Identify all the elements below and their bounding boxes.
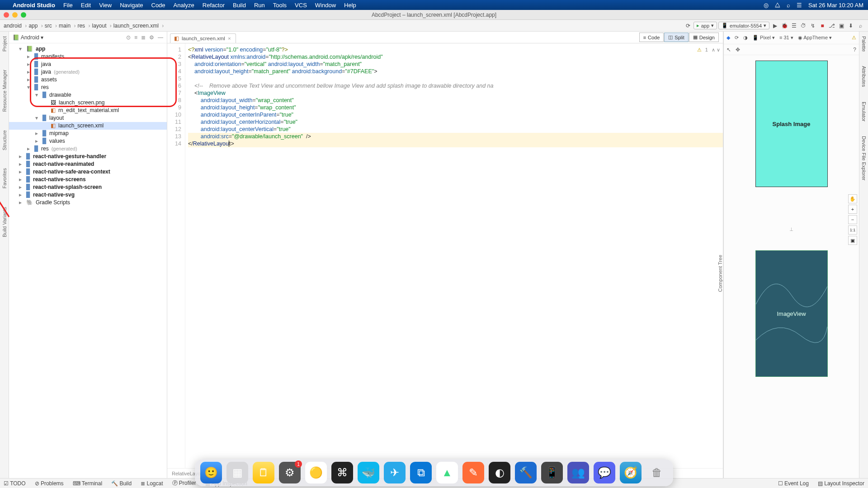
search-everywhere-icon[interactable]: ⌕ bbox=[856, 22, 864, 30]
menu-edit[interactable]: Edit bbox=[81, 2, 91, 9]
zoom-fit-button[interactable]: ▣ bbox=[848, 236, 857, 245]
crumb-main[interactable]: main bbox=[59, 23, 75, 29]
dock-postman[interactable]: ✎ bbox=[462, 462, 484, 483]
tree-item-assets[interactable]: ▸▉assets bbox=[9, 76, 167, 84]
wifi-icon[interactable]: ⧋ bbox=[775, 1, 780, 9]
design-preview[interactable]: Splash Image bbox=[755, 61, 828, 187]
dock-settings[interactable]: ⚙ bbox=[279, 462, 301, 483]
project-view-dropdown[interactable]: 📗 Android ▾ bbox=[13, 34, 43, 41]
tree-item-react-native-safe-area-context[interactable]: ▸▉react-native-safe-area-context bbox=[9, 168, 167, 176]
mode-design[interactable]: ▦ Design bbox=[689, 33, 719, 42]
preview-warning-icon[interactable]: ⚠ bbox=[852, 35, 856, 41]
dock-notes[interactable]: 🗒 bbox=[253, 462, 274, 483]
bt-build[interactable]: 🔨 Build bbox=[111, 480, 132, 487]
bt-profiler[interactable]: Ⓟ Profiler bbox=[172, 479, 196, 487]
tree-item-launch-screen-png[interactable]: 🖼launch_screen.png bbox=[9, 99, 167, 107]
pan-mode-icon[interactable]: ✥ bbox=[736, 47, 740, 53]
bt-layout-inspector[interactable]: ▤ Layout Inspector bbox=[818, 480, 864, 487]
tree-item-gradle-scripts[interactable]: ▸🐘Gradle Scripts bbox=[9, 199, 167, 206]
coverage-button[interactable]: ☰ bbox=[790, 22, 798, 30]
sdk-manager-icon[interactable]: ⬇ bbox=[847, 22, 855, 30]
vcs-icon[interactable]: ⎇ bbox=[828, 22, 836, 30]
rail-resource-manager[interactable]: Resource Manager bbox=[2, 70, 7, 112]
tree-item-app[interactable]: ▾📗app bbox=[9, 45, 167, 53]
select-mode-icon[interactable]: ↖ bbox=[726, 47, 731, 53]
debug-button[interactable]: 🐞 bbox=[780, 22, 788, 30]
tree-item-react-native-reanimated[interactable]: ▸▉react-native-reanimated bbox=[9, 160, 167, 168]
crumb-res[interactable]: res bbox=[77, 23, 90, 29]
tree-expand-icon[interactable]: ≡ bbox=[134, 34, 137, 41]
dock-safari[interactable]: 🧭 bbox=[620, 462, 642, 483]
bt-logcat[interactable]: ≣ Logcat bbox=[141, 480, 163, 487]
bt-event-log[interactable]: ☐ Event Log bbox=[778, 480, 809, 487]
rail-device-file-explorer[interactable]: Device File Explorer bbox=[861, 136, 867, 180]
menu-code[interactable]: Code bbox=[151, 2, 165, 9]
tree-collapse-icon[interactable]: ≣ bbox=[141, 34, 146, 41]
component-tree-tab[interactable]: Component Tree bbox=[717, 255, 723, 292]
dock-finder[interactable]: 🙂 bbox=[200, 462, 222, 483]
dock-iterm[interactable]: ⌘ bbox=[331, 462, 353, 483]
crumb-layout[interactable]: layout bbox=[92, 23, 111, 29]
crumb-android[interactable]: android bbox=[4, 23, 27, 29]
tree-item-react-native-splash-screen[interactable]: ▸▉react-native-splash-screen bbox=[9, 183, 167, 191]
dock-xcode[interactable]: 🔨 bbox=[515, 462, 537, 483]
dock-telegram[interactable]: ✈ bbox=[384, 462, 406, 483]
tree-item-java[interactable]: ▸▉java bbox=[9, 61, 167, 68]
tree-item-values[interactable]: ▸▉values bbox=[9, 137, 167, 145]
dock-chrome[interactable]: 🟡 bbox=[305, 462, 327, 483]
dock-docker[interactable]: 🐳 bbox=[358, 462, 379, 483]
menu-analyze[interactable]: Analyze bbox=[174, 2, 194, 9]
bt-todo[interactable]: ☑ TODO bbox=[4, 480, 26, 487]
tree-item-layout[interactable]: ▾▉layout bbox=[9, 114, 167, 122]
menu-run[interactable]: Run bbox=[254, 2, 265, 9]
orientation-icon[interactable]: ⟳ bbox=[735, 35, 739, 41]
tree-item-manifests[interactable]: ▸▉manifests bbox=[9, 53, 167, 61]
tree-item-java[interactable]: ▸▉java (generated) bbox=[9, 68, 167, 76]
dock-trash[interactable]: 🗑 bbox=[646, 462, 668, 483]
preview-help-icon[interactable]: ? bbox=[853, 47, 856, 53]
rail-build-variants[interactable]: Build Variants bbox=[2, 207, 7, 237]
dock-simulator[interactable]: 📱 bbox=[541, 462, 563, 483]
stop-button[interactable]: ■ bbox=[818, 22, 826, 30]
mode-code[interactable]: ≡ Code bbox=[639, 33, 664, 42]
tree-item-drawable[interactable]: ▾▉drawable bbox=[9, 91, 167, 99]
dock-teams[interactable]: 👥 bbox=[567, 462, 589, 483]
night-mode-icon[interactable]: ◑ bbox=[743, 35, 748, 41]
crumb-file[interactable]: launch_screen.xml bbox=[113, 23, 164, 29]
bt-terminal[interactable]: ⌨ Terminal bbox=[73, 480, 102, 487]
rail-attributes[interactable]: Attributes bbox=[861, 66, 867, 87]
pan-hand-icon[interactable]: ✋ bbox=[848, 194, 857, 203]
menu-navigate[interactable]: Navigate bbox=[120, 2, 143, 9]
app-name[interactable]: Android Studio bbox=[13, 2, 55, 9]
tree-item-rn-edit-text-material-xml[interactable]: ◧rn_edit_text_material.xml bbox=[9, 107, 167, 114]
project-tree[interactable]: ▾📗app▸▉manifests▸▉java▸▉java (generated)… bbox=[9, 43, 167, 478]
menu-refactor[interactable]: Refactor bbox=[203, 2, 225, 9]
zoom-reset-button[interactable]: 1:1 bbox=[848, 225, 857, 235]
blueprint-preview[interactable]: ImageView bbox=[755, 250, 828, 377]
tree-item-react-native-gesture-handler[interactable]: ▸▉react-native-gesture-handler bbox=[9, 153, 167, 160]
attach-debugger-button[interactable]: ↯ bbox=[809, 22, 817, 30]
menu-view[interactable]: View bbox=[99, 2, 112, 9]
tree-item-res[interactable]: ▾▉res bbox=[9, 84, 167, 91]
api-chip[interactable]: ≡ 31 ▾ bbox=[779, 35, 793, 41]
menu-vcs[interactable]: VCS bbox=[295, 2, 307, 9]
control-center-icon[interactable]: ☰ bbox=[797, 2, 802, 9]
tree-item-res[interactable]: ▸▉res (generated) bbox=[9, 145, 167, 153]
crumb-src[interactable]: src bbox=[45, 23, 57, 29]
run-button[interactable]: ▶ bbox=[771, 22, 779, 30]
tab-launch-screen[interactable]: ◧ launch_screen.xml × bbox=[170, 33, 236, 43]
tree-settings-icon[interactable]: ⚙ bbox=[149, 34, 154, 41]
zoom-out-button[interactable]: − bbox=[848, 215, 857, 224]
spotlight-icon[interactable]: ⌕ bbox=[787, 2, 790, 9]
tab-close-icon[interactable]: × bbox=[228, 36, 231, 41]
dock-figma[interactable]: ◐ bbox=[489, 462, 510, 483]
theme-chip[interactable]: ◉ AppTheme ▾ bbox=[798, 35, 832, 41]
menu-build[interactable]: Build bbox=[233, 2, 246, 9]
design-surface-icon[interactable]: ◆ bbox=[726, 35, 730, 41]
mode-split[interactable]: ◫ Split bbox=[664, 33, 688, 42]
zoom-in-button[interactable]: + bbox=[848, 205, 857, 214]
device-chip[interactable]: 📱 Pixel ▾ bbox=[752, 35, 775, 41]
rail-palette[interactable]: Palette bbox=[861, 36, 867, 52]
run-config-dropdown[interactable]: ▸app▾ bbox=[693, 22, 717, 29]
tree-item-launch-screen-xml[interactable]: ◧launch_screen.xml bbox=[9, 122, 167, 130]
